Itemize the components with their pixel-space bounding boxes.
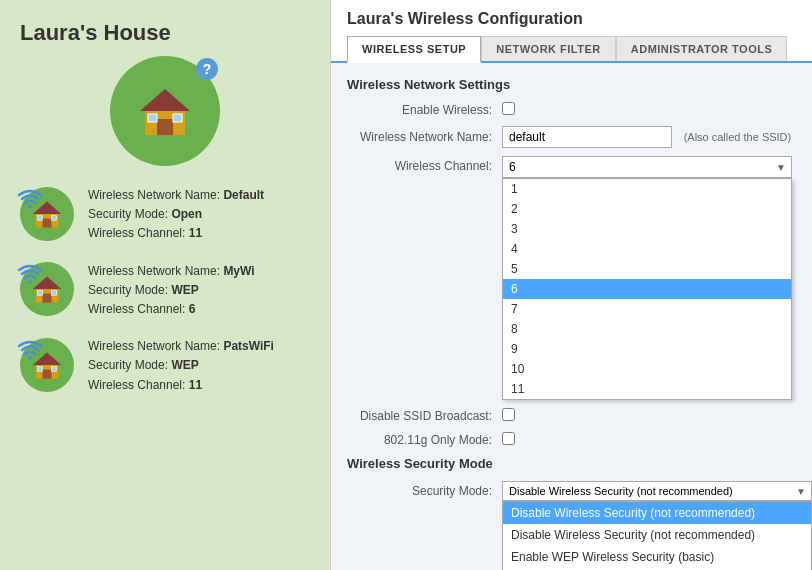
svg-rect-10 (52, 215, 57, 220)
svg-rect-4 (173, 114, 182, 122)
tab-1[interactable]: NETWORK FILTER (481, 36, 616, 61)
svg-rect-14 (42, 294, 51, 303)
network-list: Wireless Network Name: Default Security … (20, 186, 310, 395)
channel-control: 6 ▼ 1234567891011 (502, 156, 812, 178)
left-panel: Laura's House ? (0, 0, 330, 570)
svg-marker-1 (140, 89, 190, 111)
channel-option-2[interactable]: 2 (503, 199, 791, 219)
network-name-input[interactable] (502, 126, 672, 148)
security-dropdown-arrow: ▼ (796, 486, 806, 497)
security-option-2[interactable]: Enable WEP Wireless Security (basic) (503, 546, 811, 568)
security-selected-value: Disable Wireless Security (not recommend… (509, 485, 733, 497)
network-details-1: Wireless Network Name: MyWi Security Mod… (88, 262, 255, 320)
hero-house-icon: ? (110, 56, 220, 166)
tab-2[interactable]: ADMINISTRATOR TOOLS (616, 36, 788, 61)
network-item-1: Wireless Network Name: MyWi Security Mod… (20, 262, 310, 320)
svg-rect-2 (157, 119, 173, 135)
enable-wireless-control (502, 102, 812, 118)
ssid-hint: (Also called the SSID) (684, 131, 792, 143)
enable-wireless-row: Enable Wireless: (347, 102, 812, 118)
svg-point-11 (28, 280, 32, 284)
security-mode-label: Security Mode: (347, 481, 502, 498)
panel-title: Laura's Wireless Configuration (347, 10, 812, 28)
panel-header: Laura's Wireless Configuration WIRELESS … (331, 0, 812, 63)
svg-rect-8 (42, 218, 51, 227)
network-icon-wrap-2 (20, 338, 76, 394)
channel-option-8[interactable]: 8 (503, 319, 791, 339)
channel-label: Wireless Channel: (347, 156, 502, 173)
network-name-row: Wireless Network Name: (Also called the … (347, 126, 812, 148)
channel-option-4[interactable]: 4 (503, 239, 791, 259)
svg-rect-16 (52, 291, 57, 296)
disable-ssid-label: Disable SSID Broadcast: (347, 409, 502, 423)
disable-ssid-row: Disable SSID Broadcast: (347, 408, 812, 424)
channel-dropdown-arrow: ▼ (776, 162, 786, 173)
mode-control (502, 432, 812, 448)
question-badge: ? (196, 58, 218, 80)
wireless-settings-title: Wireless Network Settings (347, 77, 812, 92)
channel-option-7[interactable]: 7 (503, 299, 791, 319)
channel-option-10[interactable]: 10 (503, 359, 791, 379)
svg-point-5 (28, 205, 32, 209)
network-icon-wrap-1 (20, 262, 76, 318)
channel-option-9[interactable]: 9 (503, 339, 791, 359)
network-item-2: Wireless Network Name: PatsWiFi Security… (20, 337, 310, 395)
disable-ssid-control (502, 408, 812, 424)
wifi-signal-1 (16, 260, 44, 293)
channel-option-1[interactable]: 1 (503, 179, 791, 199)
network-details-0: Wireless Network Name: Default Security … (88, 186, 264, 244)
svg-rect-3 (148, 114, 157, 122)
security-option-0[interactable]: Disable Wireless Security (not recommend… (503, 502, 811, 524)
wifi-signal-0 (16, 185, 44, 218)
channel-option-11[interactable]: 11 (503, 379, 791, 399)
channel-row: Wireless Channel: 6 ▼ 1234567891011 (347, 156, 812, 178)
tab-0[interactable]: WIRELESS SETUP (347, 36, 481, 63)
channel-option-3[interactable]: 3 (503, 219, 791, 239)
hero-house-svg (135, 81, 195, 141)
network-item-0: Wireless Network Name: Default Security … (20, 186, 310, 244)
security-option-1[interactable]: Disable Wireless Security (not recommend… (503, 524, 811, 546)
network-icon-wrap-0 (20, 187, 76, 243)
enable-wireless-label: Enable Wireless: (347, 103, 502, 117)
security-section-title: Wireless Security Mode (347, 456, 812, 471)
security-dropdown-list: Disable Wireless Security (not recommend… (502, 501, 812, 570)
panel-content: Wireless Network Settings Enable Wireles… (331, 63, 812, 570)
mode-checkbox[interactable] (502, 432, 515, 445)
network-name-label: Wireless Network Name: (347, 130, 502, 144)
mode-row: 802.11g Only Mode: (347, 432, 812, 448)
right-panel: Laura's Wireless Configuration WIRELESS … (330, 0, 812, 570)
channel-dropdown[interactable]: 6 ▼ (502, 156, 792, 178)
disable-ssid-checkbox[interactable] (502, 408, 515, 421)
network-details-2: Wireless Network Name: PatsWiFi Security… (88, 337, 274, 395)
wifi-signal-2 (16, 336, 44, 369)
security-mode-control: Disable Wireless Security (not recommend… (502, 481, 812, 501)
channel-dropdown-wrapper: 6 ▼ 1234567891011 (502, 156, 792, 178)
enable-wireless-checkbox[interactable] (502, 102, 515, 115)
channel-selected-value: 6 (509, 160, 516, 174)
security-mode-row: Security Mode: Disable Wireless Security… (347, 481, 812, 501)
security-dropdown[interactable]: Disable Wireless Security (not recommend… (502, 481, 812, 501)
mode-label: 802.11g Only Mode: (347, 433, 502, 447)
svg-rect-20 (42, 369, 51, 378)
channel-option-5[interactable]: 5 (503, 259, 791, 279)
tabs: WIRELESS SETUPNETWORK FILTERADMINISTRATO… (347, 36, 812, 61)
network-name-control: (Also called the SSID) (502, 126, 812, 148)
channel-option-6[interactable]: 6 (503, 279, 791, 299)
page-title: Laura's House (20, 20, 310, 46)
security-dropdown-wrapper: Disable Wireless Security (not recommend… (502, 481, 812, 501)
svg-point-17 (28, 356, 32, 360)
channel-dropdown-list: 1234567891011 (502, 178, 792, 400)
svg-rect-22 (52, 367, 57, 372)
